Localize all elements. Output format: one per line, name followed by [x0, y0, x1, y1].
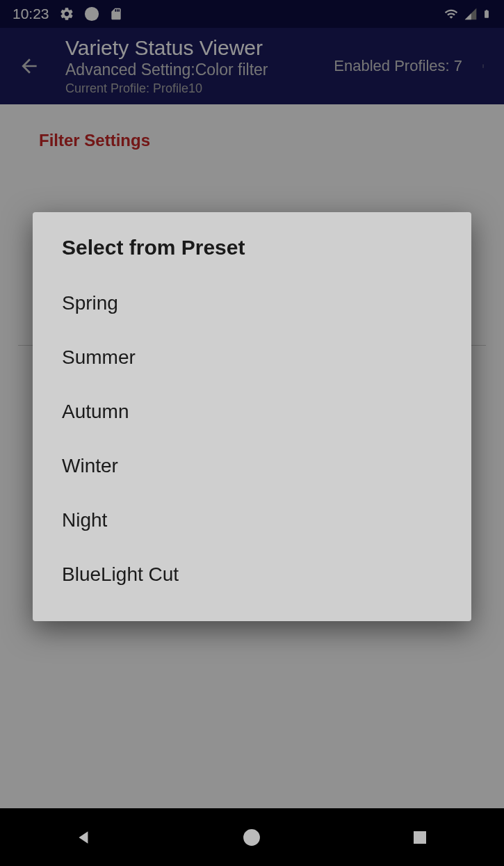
- square-recents-icon: [412, 829, 428, 846]
- triangle-back-icon: [75, 828, 93, 847]
- preset-option-spring[interactable]: Spring: [33, 276, 471, 330]
- preset-option-night[interactable]: Night: [33, 493, 471, 547]
- navigation-bar: [0, 808, 504, 866]
- svg-point-4: [244, 829, 261, 846]
- nav-back-button[interactable]: [42, 817, 126, 858]
- circle-home-icon: [243, 828, 261, 847]
- nav-home-button[interactable]: [210, 817, 293, 858]
- preset-option-summer[interactable]: Summer: [33, 330, 471, 385]
- preset-option-bluelight[interactable]: BlueLight Cut: [33, 547, 471, 602]
- dialog-title: Select from Preset: [33, 236, 471, 276]
- preset-option-winter[interactable]: Winter: [33, 439, 471, 493]
- preset-option-autumn[interactable]: Autumn: [33, 385, 471, 439]
- svg-rect-5: [414, 831, 426, 844]
- nav-recents-button[interactable]: [378, 817, 462, 858]
- preset-dialog: Select from Preset Spring Summer Autumn …: [33, 212, 471, 621]
